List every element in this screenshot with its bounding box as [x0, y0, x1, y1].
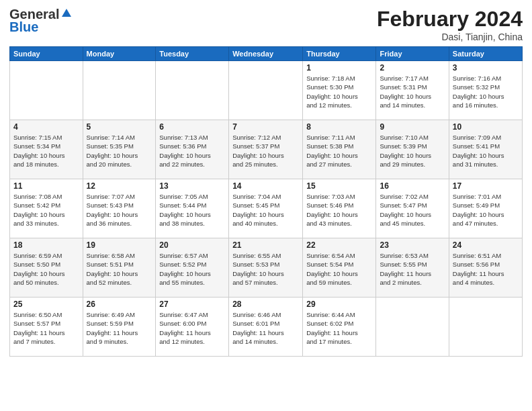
day-info: Sunrise: 6:44 AM Sunset: 6:02 PM Dayligh… — [306, 310, 372, 346]
day-info: Sunrise: 7:03 AM Sunset: 5:46 PM Dayligh… — [306, 192, 372, 228]
day-number: 10 — [453, 122, 519, 132]
svg-marker-0 — [62, 9, 71, 17]
day-info: Sunrise: 7:12 AM Sunset: 5:37 PM Dayligh… — [232, 133, 299, 169]
day-number: 9 — [380, 122, 445, 132]
calendar-cell — [83, 61, 156, 120]
calendar-cell: 28Sunrise: 6:46 AM Sunset: 6:01 PM Dayli… — [229, 298, 303, 357]
day-number: 18 — [13, 240, 79, 250]
calendar-day-header: Tuesday — [156, 47, 229, 61]
day-number: 19 — [87, 240, 152, 250]
day-info: Sunrise: 6:46 AM Sunset: 6:01 PM Dayligh… — [232, 310, 299, 346]
day-number: 7 — [232, 122, 299, 132]
day-number: 17 — [453, 181, 519, 191]
calendar-cell: 25Sunrise: 6:50 AM Sunset: 5:57 PM Dayli… — [10, 298, 83, 357]
calendar-cell: 13Sunrise: 7:05 AM Sunset: 5:44 PM Dayli… — [156, 179, 229, 238]
day-number: 15 — [306, 181, 372, 191]
day-info: Sunrise: 7:09 AM Sunset: 5:41 PM Dayligh… — [453, 133, 519, 169]
calendar: SundayMondayTuesdayWednesdayThursdayFrid… — [9, 46, 523, 357]
calendar-day-header: Sunday — [10, 47, 83, 61]
day-info: Sunrise: 7:04 AM Sunset: 5:45 PM Dayligh… — [232, 192, 299, 228]
day-number: 28 — [232, 300, 299, 309]
day-number: 11 — [13, 181, 79, 191]
day-info: Sunrise: 6:55 AM Sunset: 5:53 PM Dayligh… — [232, 251, 299, 287]
day-number: 13 — [159, 181, 225, 191]
title-block: February 2024 Dasi, Tianjin, China — [377, 7, 523, 42]
sub-title: Dasi, Tianjin, China — [377, 32, 523, 42]
day-info: Sunrise: 7:18 AM Sunset: 5:30 PM Dayligh… — [306, 74, 372, 109]
calendar-cell: 27Sunrise: 6:47 AM Sunset: 6:00 PM Dayli… — [156, 298, 229, 357]
calendar-cell: 23Sunrise: 6:53 AM Sunset: 5:55 PM Dayli… — [376, 238, 449, 298]
day-info: Sunrise: 7:11 AM Sunset: 5:38 PM Dayligh… — [306, 133, 372, 169]
calendar-cell: 8Sunrise: 7:11 AM Sunset: 5:38 PM Daylig… — [303, 120, 376, 179]
day-info: Sunrise: 7:16 AM Sunset: 5:32 PM Dayligh… — [453, 74, 519, 109]
calendar-cell: 6Sunrise: 7:13 AM Sunset: 5:36 PM Daylig… — [156, 120, 229, 179]
calendar-cell: 12Sunrise: 7:07 AM Sunset: 5:43 PM Dayli… — [83, 179, 156, 238]
calendar-cell — [229, 61, 303, 120]
day-info: Sunrise: 6:47 AM Sunset: 6:00 PM Dayligh… — [159, 310, 225, 346]
day-info: Sunrise: 6:49 AM Sunset: 5:59 PM Dayligh… — [87, 310, 152, 346]
day-info: Sunrise: 7:14 AM Sunset: 5:35 PM Dayligh… — [87, 133, 152, 169]
calendar-cell: 18Sunrise: 6:59 AM Sunset: 5:50 PM Dayli… — [10, 238, 83, 298]
day-number: 24 — [453, 240, 519, 250]
calendar-cell: 3Sunrise: 7:16 AM Sunset: 5:32 PM Daylig… — [449, 61, 522, 120]
calendar-day-header: Monday — [83, 47, 156, 61]
day-number: 2 — [380, 63, 445, 73]
calendar-cell: 19Sunrise: 6:58 AM Sunset: 5:51 PM Dayli… — [83, 238, 156, 298]
calendar-cell: 20Sunrise: 6:57 AM Sunset: 5:52 PM Dayli… — [156, 238, 229, 298]
day-info: Sunrise: 7:10 AM Sunset: 5:39 PM Dayligh… — [380, 133, 445, 169]
calendar-cell: 9Sunrise: 7:10 AM Sunset: 5:39 PM Daylig… — [376, 120, 449, 179]
calendar-day-header: Wednesday — [229, 47, 303, 61]
day-info: Sunrise: 7:15 AM Sunset: 5:34 PM Dayligh… — [13, 133, 79, 169]
day-number: 4 — [13, 122, 79, 132]
day-number: 21 — [232, 240, 299, 250]
day-info: Sunrise: 7:17 AM Sunset: 5:31 PM Dayligh… — [380, 74, 445, 109]
calendar-week-row: 18Sunrise: 6:59 AM Sunset: 5:50 PM Dayli… — [10, 238, 523, 298]
day-number: 6 — [159, 122, 225, 132]
calendar-cell: 14Sunrise: 7:04 AM Sunset: 5:45 PM Dayli… — [229, 179, 303, 238]
page: General Blue February 2024 Dasi, Tianjin… — [0, 0, 532, 411]
day-info: Sunrise: 7:08 AM Sunset: 5:42 PM Dayligh… — [13, 192, 79, 228]
calendar-week-row: 4Sunrise: 7:15 AM Sunset: 5:34 PM Daylig… — [10, 120, 523, 179]
main-title: February 2024 — [377, 7, 523, 32]
day-info: Sunrise: 7:02 AM Sunset: 5:47 PM Dayligh… — [380, 192, 445, 228]
day-info: Sunrise: 6:54 AM Sunset: 5:54 PM Dayligh… — [306, 251, 372, 287]
calendar-cell: 17Sunrise: 7:01 AM Sunset: 5:49 PM Dayli… — [449, 179, 522, 238]
day-number: 23 — [380, 240, 445, 250]
calendar-cell — [10, 61, 83, 120]
day-number: 26 — [87, 300, 152, 309]
day-number: 1 — [306, 63, 372, 73]
calendar-cell: 11Sunrise: 7:08 AM Sunset: 5:42 PM Dayli… — [10, 179, 83, 238]
day-number: 12 — [87, 181, 152, 191]
calendar-week-row: 25Sunrise: 6:50 AM Sunset: 5:57 PM Dayli… — [10, 298, 523, 357]
logo-blue-text: Blue — [9, 19, 38, 35]
calendar-cell — [449, 298, 522, 357]
calendar-cell: 16Sunrise: 7:02 AM Sunset: 5:47 PM Dayli… — [376, 179, 449, 238]
logo-arrow-icon — [60, 7, 73, 22]
day-info: Sunrise: 6:53 AM Sunset: 5:55 PM Dayligh… — [380, 251, 445, 287]
day-number: 14 — [232, 181, 299, 191]
day-info: Sunrise: 6:50 AM Sunset: 5:57 PM Dayligh… — [13, 310, 79, 346]
calendar-cell: 24Sunrise: 6:51 AM Sunset: 5:56 PM Dayli… — [449, 238, 522, 298]
day-info: Sunrise: 7:05 AM Sunset: 5:44 PM Dayligh… — [159, 192, 225, 228]
calendar-cell: 10Sunrise: 7:09 AM Sunset: 5:41 PM Dayli… — [449, 120, 522, 179]
calendar-cell — [156, 61, 229, 120]
day-number: 22 — [306, 240, 372, 250]
day-info: Sunrise: 6:59 AM Sunset: 5:50 PM Dayligh… — [13, 251, 79, 287]
calendar-week-row: 11Sunrise: 7:08 AM Sunset: 5:42 PM Dayli… — [10, 179, 523, 238]
day-number: 25 — [13, 300, 79, 309]
calendar-header-row: SundayMondayTuesdayWednesdayThursdayFrid… — [10, 47, 523, 61]
calendar-cell: 2Sunrise: 7:17 AM Sunset: 5:31 PM Daylig… — [376, 61, 449, 120]
calendar-day-header: Thursday — [303, 47, 376, 61]
day-number: 3 — [453, 63, 519, 73]
calendar-day-header: Friday — [376, 47, 449, 61]
calendar-cell: 7Sunrise: 7:12 AM Sunset: 5:37 PM Daylig… — [229, 120, 303, 179]
calendar-cell: 22Sunrise: 6:54 AM Sunset: 5:54 PM Dayli… — [303, 238, 376, 298]
day-info: Sunrise: 7:07 AM Sunset: 5:43 PM Dayligh… — [87, 192, 152, 228]
day-number: 27 — [159, 300, 225, 309]
day-info: Sunrise: 6:57 AM Sunset: 5:52 PM Dayligh… — [159, 251, 225, 287]
day-number: 20 — [159, 240, 225, 250]
logo: General Blue — [9, 7, 73, 35]
calendar-cell: 15Sunrise: 7:03 AM Sunset: 5:46 PM Dayli… — [303, 179, 376, 238]
day-info: Sunrise: 6:58 AM Sunset: 5:51 PM Dayligh… — [87, 251, 152, 287]
calendar-cell: 29Sunrise: 6:44 AM Sunset: 6:02 PM Dayli… — [303, 298, 376, 357]
